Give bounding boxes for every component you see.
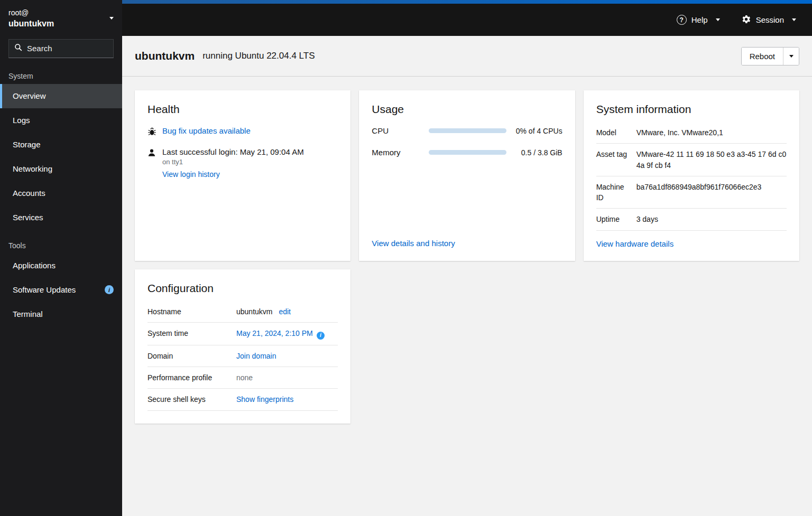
nav-section-system: System: [0, 68, 122, 84]
row-value: ubuntukvm edit: [236, 306, 338, 317]
os-subtitle: running Ubuntu 22.04.4 LTS: [202, 51, 315, 61]
overview-content: Health Bug fix updates available Last su…: [122, 77, 812, 516]
memory-usage-row: Memory 0.5 / 3.8 GiB: [372, 148, 562, 157]
sidebar-item-label: Storage: [13, 140, 41, 149]
sidebar-item-software-updates[interactable]: Software Updates i: [0, 278, 122, 302]
current-host: ubuntukvm: [8, 18, 54, 30]
cpu-progress-bar: [429, 128, 506, 133]
sidebar-item-label: Software Updates: [13, 285, 76, 294]
memory-label: Memory: [372, 148, 429, 157]
row-label: Secure shell keys: [147, 394, 236, 405]
configuration-card: Configuration Hostname ubuntukvm edit Sy…: [135, 269, 350, 424]
sidebar-item-terminal[interactable]: Terminal: [0, 302, 122, 326]
show-fingerprints-link[interactable]: Show fingerprints: [236, 395, 293, 404]
sidebar-item-label: Overview: [13, 91, 46, 100]
row-value: Show fingerprints: [236, 394, 338, 405]
sidebar-item-label: Applications: [13, 261, 56, 270]
session-label: Session: [756, 15, 784, 24]
page-header: ubuntukvm running Ubuntu 22.04.4 LTS Reb…: [122, 36, 812, 77]
table-row-domain: Domain Join domain: [147, 345, 338, 367]
table-row-performance-profile: Performance profile none: [147, 367, 338, 389]
view-details-history-link[interactable]: View details and history: [372, 239, 455, 248]
info-icon: [317, 332, 325, 340]
row-label: Performance profile: [147, 372, 236, 383]
row-label: Domain: [147, 351, 236, 361]
search-input[interactable]: [27, 44, 132, 53]
join-domain-link[interactable]: Join domain: [236, 352, 276, 360]
sidebar-item-networking[interactable]: Networking: [0, 157, 122, 181]
table-row: Uptime 3 days: [596, 209, 787, 230]
hostname-value: ubuntukvm: [236, 307, 272, 316]
cpu-usage-value: 0% of 4 CPUs: [514, 127, 562, 135]
system-information-card: System information Model VMware, Inc. VM…: [584, 90, 799, 261]
user-icon: [147, 148, 156, 158]
row-value: 3 days: [636, 214, 787, 224]
edit-hostname-link[interactable]: edit: [279, 307, 291, 316]
sidebar-item-label: Services: [13, 213, 43, 222]
row-value: VMware, Inc. VMware20,1: [636, 127, 787, 138]
card-title: Health: [147, 103, 338, 116]
main-column: Help Session ubuntukvm running Ubuntu 22…: [122, 0, 812, 516]
cpu-usage-row: CPU 0% of 4 CPUs: [372, 126, 562, 135]
view-login-history-link[interactable]: View login history: [162, 170, 220, 179]
table-row: Model VMware, Inc. VMware20,1: [596, 126, 787, 144]
sidebar-item-services[interactable]: Services: [0, 205, 122, 230]
row-value: VMware-42 11 11 69 18 50 e3 a3-45 17 6d …: [636, 149, 787, 171]
row-label: Model: [596, 127, 636, 138]
session-menu[interactable]: Session: [741, 14, 796, 26]
health-card: Health Bug fix updates available Last su…: [135, 90, 350, 261]
last-login-detail: on tty1: [162, 158, 304, 166]
configuration-list: Hostname ubuntukvm edit System time May …: [147, 305, 338, 411]
sidebar-item-storage[interactable]: Storage: [0, 133, 122, 157]
sidebar-item-label: Networking: [13, 164, 52, 173]
row-value: ba76a1df868949a8bf961f76066ec2e3: [636, 182, 787, 203]
reboot-button[interactable]: Reboot: [742, 48, 783, 65]
question-circle-icon: [677, 15, 687, 25]
row-label: System time: [147, 328, 236, 340]
sidebar: root@ ubuntukvm System Overview Logs Sto…: [0, 0, 122, 516]
card-title: System information: [596, 103, 787, 116]
chevron-down-icon: [109, 17, 114, 20]
row-label: Hostname: [147, 306, 236, 317]
bug-fix-updates-link[interactable]: Bug fix updates available: [162, 126, 251, 135]
gear-icon: [741, 14, 751, 26]
usage-card: Usage CPU 0% of 4 CPUs Memory 0.5 / 3.8 …: [359, 90, 575, 261]
card-title: Configuration: [147, 282, 338, 295]
cockpit-app: root@ ubuntukvm System Overview Logs Sto…: [0, 0, 812, 516]
info-badge-icon: i: [105, 285, 114, 294]
sidebar-item-label: Accounts: [13, 189, 45, 198]
view-hardware-details-link[interactable]: View hardware details: [596, 239, 787, 248]
last-login-text: Last successful login: May 21, 09:04 AM: [162, 147, 304, 156]
sidebar-item-accounts[interactable]: Accounts: [0, 181, 122, 205]
memory-usage-value: 0.5 / 3.8 GiB: [514, 148, 562, 157]
help-label: Help: [691, 15, 708, 24]
host-switcher[interactable]: root@ ubuntukvm: [0, 0, 122, 35]
sidebar-item-applications[interactable]: Applications: [0, 254, 122, 278]
sidebar-nav: System Overview Logs Storage Networking …: [0, 60, 122, 326]
card-title: Usage: [372, 103, 562, 116]
row-value: Join domain: [236, 351, 338, 361]
masthead: Help Session: [122, 4, 812, 36]
sidebar-item-overview[interactable]: Overview: [0, 84, 122, 108]
accent-bar: [122, 0, 812, 4]
bug-icon: [147, 127, 156, 138]
sidebar-item-label: Logs: [13, 116, 30, 125]
row-label: Asset tag: [596, 149, 636, 171]
row-value: none: [236, 372, 338, 383]
sidebar-item-label: Terminal: [13, 309, 43, 318]
reboot-dropdown-toggle[interactable]: [783, 48, 799, 65]
table-row: Machine ID ba76a1df868949a8bf961f76066ec…: [596, 176, 787, 209]
chevron-down-icon: [789, 55, 793, 58]
system-time-link[interactable]: May 21, 2024, 2:10 PM: [236, 329, 313, 337]
chevron-down-icon: [716, 18, 720, 21]
table-row-hostname: Hostname ubuntukvm edit: [147, 305, 338, 323]
sidebar-item-logs[interactable]: Logs: [0, 108, 122, 133]
nav-section-tools: Tools: [0, 237, 122, 254]
host-switcher-text: root@ ubuntukvm: [8, 7, 54, 30]
table-row: Asset tag VMware-42 11 11 69 18 50 e3 a3…: [596, 144, 787, 176]
help-menu[interactable]: Help: [677, 15, 720, 25]
page-title-hostname: ubuntukvm: [135, 50, 195, 62]
row-value: May 21, 2024, 2:10 PM: [236, 328, 338, 340]
chevron-down-icon: [792, 18, 796, 21]
search-box[interactable]: [8, 39, 114, 58]
